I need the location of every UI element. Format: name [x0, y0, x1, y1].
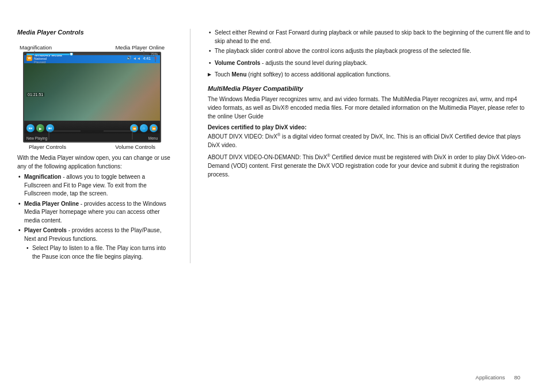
- volume-level: ◄◄: [133, 56, 141, 60]
- speaker-icon: 🔊: [127, 56, 132, 60]
- page-footer: Applications 80: [475, 374, 520, 381]
- right-bullet-slider: The playback slider control above the co…: [208, 47, 532, 56]
- right-column: Select either Rewind or Fast Forward dur…: [208, 29, 532, 263]
- label-player-controls: Player Controls: [29, 144, 66, 150]
- close-wmp-icon: ✕: [154, 56, 158, 61]
- footer-text: Applications: [475, 374, 505, 381]
- bullet-media-online: Media Player Online - provides access to…: [17, 200, 173, 225]
- wmp-video-image: [24, 63, 160, 121]
- bullet-mp-bold: Media Player Online: [24, 201, 79, 207]
- label-magnification: Magnification: [20, 44, 52, 51]
- footer-page: 80: [514, 374, 520, 381]
- right-bullet-volume: Volume Controls - adjusts the sound leve…: [208, 59, 532, 68]
- wmp-status-bar: New Playing Menu: [24, 133, 160, 143]
- devices-para1: ABOUT DIVX VIDEO: DivX® is a digital vid…: [208, 132, 532, 149]
- left-column: Media Player Controls Magnification Medi…: [17, 29, 173, 263]
- wmp-icon: W: [26, 55, 32, 61]
- wmp-window-controls: 🔊 ◄◄ 4:41 ✕: [127, 56, 158, 61]
- page-container: Media Player Controls Magnification Medi…: [0, 0, 549, 392]
- two-column-layout: Media Player Controls Magnification Medi…: [17, 29, 532, 263]
- sub-bullet-list: Select Play to listen to a file. The Pla…: [24, 244, 173, 261]
- volume-percent: 70%: [151, 52, 158, 56]
- right-touch-text: Touch: [215, 71, 231, 78]
- wmp-status-left: New Playing: [26, 136, 47, 140]
- bullet-pc-bold: Player Controls: [24, 227, 67, 233]
- multimedia-para: The Windows Media Player recognizes wmv,…: [208, 95, 532, 121]
- right-top-bullets: Select either Rewind or Fast Forward dur…: [208, 29, 532, 56]
- label-volume-controls: Volume Controls: [115, 144, 155, 150]
- right-menu-item: Touch Menu (right softkey) to access add…: [208, 71, 532, 79]
- bullet-mag-bold: Magnification: [24, 174, 61, 180]
- prev-button[interactable]: ⏮: [26, 124, 35, 132]
- section-title-multimedia: MultiMedia Player Compatibility: [208, 85, 532, 92]
- player-screenshot: W Windows Media National Paused 🔊 ◄◄ 4:4…: [23, 52, 161, 143]
- right-vol-text: - adjusts the sound level during playbac…: [260, 60, 367, 66]
- bullet-magnification: Magnification - allows you to toggle bet…: [17, 173, 173, 198]
- right-vol-bold: Volume Controls: [215, 60, 260, 66]
- label-media-player-online: Media Player Online: [115, 44, 165, 51]
- bullet-player-controls: Player Controls - provides access to the…: [17, 226, 173, 261]
- right-menu-text2: (right softkey) to access additional app…: [247, 71, 391, 78]
- right-menu-bullet: Touch Menu (right softkey) to access add…: [208, 71, 532, 79]
- column-divider: [190, 29, 190, 263]
- home-button[interactable]: ⌂: [140, 124, 148, 132]
- devices-para2: ABOUT DIVX VIDEO-ON-DEMAND: This DivX® C…: [208, 153, 532, 179]
- multimedia-para-text: The Windows Media Player recognizes wmv,…: [208, 96, 524, 120]
- left-bullet-list: Magnification - allows you to toggle bet…: [17, 173, 173, 261]
- wmp-timestamp: 01:21:51: [26, 93, 44, 97]
- right-volume-bullet: Volume Controls - adjusts the sound leve…: [208, 59, 532, 68]
- player-diagram-wrapper: Magnification Media Player Online: [17, 41, 167, 150]
- wmp-status-right: Menu: [148, 136, 158, 140]
- left-body-text: With the Media Player window open, you c…: [17, 153, 173, 171]
- sub-bullet-select-play: Select Play to listen to a file. The Pla…: [24, 244, 173, 261]
- wmp-playback-controls: 70% ⏮ ▶ ⏭ ⏪ ⌂ ⏩: [24, 121, 160, 133]
- ff-button[interactable]: ⏩: [150, 124, 158, 132]
- section-title-left: Media Player Controls: [17, 29, 173, 36]
- rewind-button[interactable]: ⏪: [130, 124, 138, 132]
- bottom-labels: Player Controls Volume Controls: [17, 144, 167, 150]
- next-button[interactable]: ⏭: [46, 124, 54, 132]
- wmp-video-area: 01:21:51: [24, 63, 160, 121]
- right-menu-bold: Menu: [231, 71, 246, 78]
- right-bullet-rewind: Select either Rewind or Fast Forward dur…: [208, 29, 532, 45]
- wmp-time: 4:41: [143, 56, 151, 60]
- play-pause-button[interactable]: ▶: [36, 124, 44, 132]
- devices-title: Devices certified to play DivX video:: [208, 124, 532, 130]
